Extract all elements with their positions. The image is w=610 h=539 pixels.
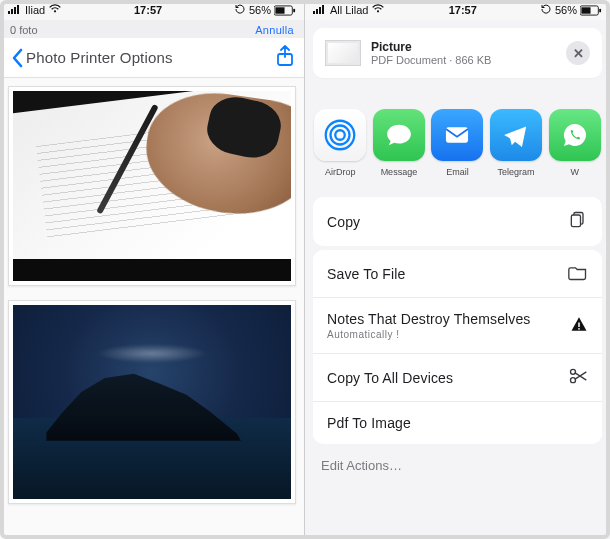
svg-rect-7: [293, 8, 295, 12]
share-app-airdrop[interactable]: AirDrop: [311, 109, 370, 177]
action-copy-all-devices[interactable]: Copy To All Devices: [313, 354, 602, 402]
preview-page-2[interactable]: [8, 300, 296, 504]
action-copy[interactable]: Copy: [313, 197, 602, 246]
close-button[interactable]: ✕: [566, 41, 590, 65]
share-app-label: Message: [381, 167, 418, 177]
battery-pct: 56%: [555, 4, 577, 16]
share-app-telegram[interactable]: Telegram: [487, 109, 546, 177]
nav-bar: Photo Printer Options: [0, 38, 304, 78]
wifi-icon: [371, 4, 385, 16]
share-app-whatsapp[interactable]: W: [545, 109, 604, 177]
svg-rect-16: [599, 8, 601, 12]
secondary-title: 0 foto: [10, 24, 38, 36]
action-label: Save To File: [327, 266, 568, 282]
battery-icon: [274, 5, 296, 16]
carrier-label: Iliad: [25, 4, 45, 16]
status-bar-right: All Lilad 17:57 56%: [305, 0, 610, 20]
share-sheet-screen: All Lilad 17:57 56% Picture PDF Document…: [305, 0, 610, 539]
svg-rect-3: [17, 5, 19, 14]
back-label: Photo Printer Options: [26, 49, 173, 66]
secondary-title-row: 0 foto Annulla: [0, 20, 304, 38]
svg-rect-6: [275, 7, 284, 13]
share-app-label: Email: [446, 167, 469, 177]
svg-rect-0: [8, 11, 10, 14]
svg-point-26: [571, 378, 576, 383]
svg-rect-23: [578, 323, 580, 328]
whatsapp-icon: [549, 109, 601, 161]
action-card-main: Save To File Notes That Destroy Themselv…: [313, 250, 602, 444]
share-app-mail[interactable]: Email: [428, 109, 487, 177]
share-app-label: W: [570, 167, 579, 177]
svg-point-13: [377, 10, 379, 12]
mail-icon: [431, 109, 483, 161]
warning-icon: [570, 315, 588, 336]
share-app-messages[interactable]: Message: [370, 109, 429, 177]
action-label: Copy: [327, 214, 568, 230]
copy-pages-icon: [568, 210, 588, 233]
svg-rect-2: [14, 7, 16, 14]
scissors-icon: [568, 367, 588, 388]
document-title: Picture: [371, 40, 556, 54]
preview-page-1[interactable]: [8, 86, 296, 286]
document-thumb: [325, 40, 361, 66]
status-time: 17:57: [449, 4, 477, 16]
svg-rect-1: [11, 9, 13, 14]
share-app-row: AirDrop Message Email Telegram W: [305, 79, 610, 193]
refresh-icon: [540, 3, 552, 17]
cancel-link[interactable]: Annulla: [255, 24, 294, 36]
carrier-label: Lilad: [345, 4, 368, 16]
action-notes-self-destruct[interactable]: Notes That Destroy Themselves Automatica…: [313, 298, 602, 354]
svg-point-25: [571, 369, 576, 374]
share-button[interactable]: [276, 45, 294, 71]
battery-icon: [580, 5, 602, 16]
action-label: Notes That Destroy Themselves: [327, 311, 570, 327]
svg-rect-11: [319, 7, 321, 14]
share-sheet-header: Picture PDF Document · 866 KB ✕: [313, 28, 602, 79]
airdrop-icon: [314, 109, 366, 161]
svg-rect-10: [316, 9, 318, 14]
action-save-to-file[interactable]: Save To File: [313, 250, 602, 298]
svg-rect-20: [446, 127, 468, 142]
status-time: 17:57: [134, 4, 162, 16]
folder-icon: [568, 263, 588, 284]
action-sublabel: Automatically !: [327, 329, 570, 340]
action-label: Pdf To Image: [327, 415, 588, 431]
status-bar-left: Iliad 17:57 56%: [0, 0, 304, 20]
share-app-label: Telegram: [498, 167, 535, 177]
svg-rect-15: [581, 7, 590, 13]
signal-icon: [8, 4, 22, 16]
document-preview-list[interactable]: [0, 78, 304, 539]
chevron-left-icon: [10, 48, 24, 68]
close-icon: ✕: [573, 46, 584, 61]
wifi-icon: [48, 4, 62, 16]
signal-icon: [313, 4, 327, 16]
document-subtitle: PDF Document · 866 KB: [371, 54, 556, 66]
telegram-icon: [490, 109, 542, 161]
edit-actions-label: Edit Actions…: [321, 458, 402, 473]
action-pdf-to-image[interactable]: Pdf To Image: [313, 402, 602, 444]
svg-point-18: [331, 126, 350, 145]
svg-rect-12: [322, 5, 324, 14]
svg-rect-9: [313, 11, 315, 14]
svg-rect-24: [578, 328, 580, 330]
svg-point-17: [336, 130, 346, 140]
action-card-copy: Copy: [313, 197, 602, 246]
svg-point-4: [54, 10, 56, 12]
carrier-prefix: All: [330, 4, 342, 16]
edit-actions-link[interactable]: Edit Actions…: [305, 444, 610, 487]
svg-rect-22: [571, 215, 580, 227]
share-app-label: AirDrop: [325, 167, 356, 177]
back-button[interactable]: Photo Printer Options: [10, 48, 173, 68]
refresh-icon: [234, 3, 246, 17]
printer-options-screen: Iliad 17:57 56% 0 foto Annulla Photo Pri…: [0, 0, 305, 539]
action-label: Copy To All Devices: [327, 370, 568, 386]
messages-icon: [373, 109, 425, 161]
battery-pct: 56%: [249, 4, 271, 16]
